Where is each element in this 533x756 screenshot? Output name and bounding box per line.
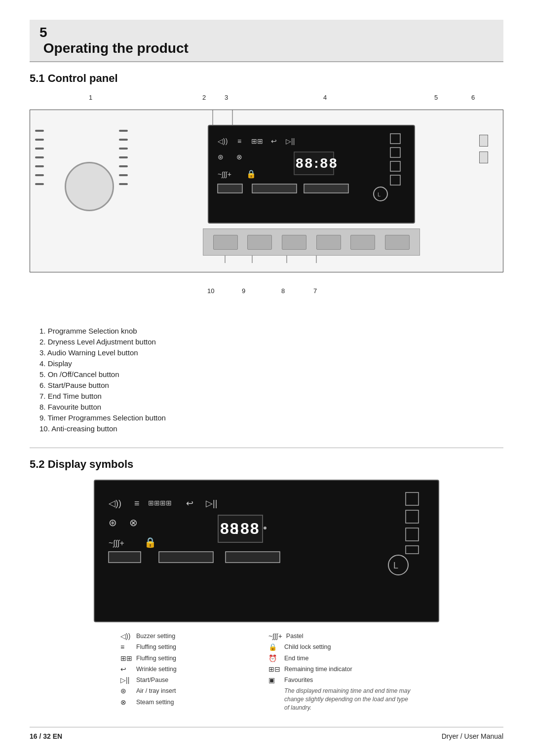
legend-item: ⊗ Steam setting [120,698,249,706]
programme-selection-knob[interactable] [50,125,129,248]
control-panel-diagram: ◁)) ≡ ⊞⊞ ↩ ▷|| ⊛ ⊗ [30,110,503,272]
start-pause-icon: ▷|| [120,676,132,684]
display-screen: ◁)) ≡ ⊞⊞ ↩ ▷|| ⊛ ⊗ [208,125,415,224]
indicator-dot [119,148,128,150]
display-symbols-diagram-wrapper: ◁)) ≡ ⊞⊞⊞⊞ ↩ ▷|| ⊛ ⊗ 88 : [30,480,503,622]
strip-button[interactable] [316,235,341,250]
label-4: 4 [323,94,327,101]
svg-text:⊞⊞: ⊞⊞ [251,137,263,145]
strip-button[interactable] [247,235,272,250]
parts-list-item-5: 5. On /Off/Cancel button [39,370,503,378]
legend-label: Steam setting [136,698,174,706]
svg-rect-8 [390,175,400,185]
bottom-labels: 10 9 8 7 [30,287,503,302]
svg-text:⊗: ⊗ [129,517,138,528]
legend-label: Fluffing setting [136,643,176,651]
indicator-dot [35,156,44,158]
legend-item: ↩ Wrinkle setting [120,665,249,673]
label-2: 2 [202,94,206,101]
section-header: 5 Operating the product [30,20,503,62]
strip-button[interactable] [350,235,375,250]
indicator-dot [35,183,44,185]
end-time-icon: ⏰ [268,654,280,662]
child-lock-icon: 🔒 [268,643,280,651]
svg-rect-33 [406,528,419,541]
svg-text:⊗: ⊗ [236,153,242,161]
legend-item: ⏰ End time [268,654,413,662]
parts-list-item-4: 4. Display [39,359,503,368]
symbols-legend: ◁)) Buzzer setting ≡ Fluffing setting ⊞⊞… [30,632,503,712]
right-buttons [479,135,488,163]
favourites-icon: ▣ [268,676,280,684]
svg-rect-47 [159,552,213,563]
legend-item: ◁)) Buzzer setting [120,632,249,640]
section-title-text: Operating the product [39,40,189,56]
legend-item: ▣ Favourites [268,676,413,684]
page-container: 5 Operating the product 5.1 Control pane… [0,0,533,756]
display-symbols-diagram: ◁)) ≡ ⊞⊞⊞⊞ ↩ ▷|| ⊛ ⊗ 88 : [94,480,439,622]
right-indicators [119,130,128,185]
remaining-time-icon: ⊞⊟ [268,665,280,673]
indicator-dot [119,165,128,167]
svg-text:↩: ↩ [186,498,193,508]
parts-list-item-10: 10. Anti-creasing button [39,424,503,433]
svg-rect-16 [252,184,297,193]
legend-label: Start/Pause [136,676,168,684]
indicator-dot [35,139,44,141]
svg-text:88:88: 88:88 [296,155,339,171]
parts-list-item-9: 9. Timer Programmes Selection button [39,414,503,422]
label-8: 8 [281,287,285,295]
indicator-dot [119,183,128,185]
svg-text:L: L [378,191,381,197]
label-1: 1 [89,94,92,101]
footer: 16 / 32 EN Dryer / User Manual [30,727,503,740]
svg-rect-5 [390,134,400,144]
svg-text:⊛: ⊛ [109,517,117,528]
svg-text:88: 88 [240,520,260,537]
svg-text:~∫∫∫+: ~∫∫∫+ [109,539,124,548]
buzzer-icon: ◁)) [120,632,132,640]
start-pause-button[interactable] [479,151,488,163]
legend-label: Buzzer setting [136,632,175,640]
label-6: 6 [471,94,475,101]
parts-list-item-3: 3. Audio Warning Level button [39,348,503,357]
steam-icon: ⊗ [120,698,132,706]
page-info: 16 / 32 EN [30,732,62,740]
svg-text:▷||: ▷|| [286,137,295,145]
indicator-dot [119,174,128,176]
top-labels: 1 2 3 4 5 6 [30,94,503,109]
legend-label: Child lock setting [284,643,331,651]
svg-rect-32 [406,510,419,523]
section-divider [30,448,503,448]
label-7: 7 [313,287,317,295]
parts-list-item-7: 7. End Time button [39,392,503,400]
indicator-dot [35,174,44,176]
parts-list-item-6: 6. Start/Pause button [39,381,503,389]
legend-label: Pastel [286,632,304,640]
svg-text:↩: ↩ [271,137,277,145]
legend-item: ⊞⊞ Fluffing setting [120,654,249,662]
wrinkle-icon: ↩ [120,665,132,673]
svg-rect-31 [406,492,419,505]
fluffing2-icon: ⊞⊞ [120,654,132,662]
strip-button[interactable] [213,235,238,250]
legend-item: ⊞⊟ Remaining time indicator [268,665,413,673]
legend-label: End time [284,654,308,662]
on-off-cancel-button[interactable] [479,135,488,147]
left-indicators [35,130,44,185]
svg-rect-6 [390,148,400,157]
indicator-dot [119,130,128,132]
knob-circle[interactable] [65,162,114,211]
svg-text:⊛: ⊛ [218,153,224,161]
strip-button[interactable] [282,235,306,250]
subsection-52: 5.2 Display symbols ◁)) ≡ ⊞⊞⊞⊞ ↩ ▷|| [30,458,503,712]
parts-list-item-8: 8. Favourite button [39,403,503,411]
parts-list-item-1: 1. Programme Selection knob [39,327,503,335]
svg-text:≡: ≡ [134,498,140,508]
label-3: 3 [225,94,228,101]
pastel-icon: ~∫∫∫+ [268,632,282,640]
svg-rect-17 [304,184,348,193]
button-strip [203,228,420,256]
svg-rect-46 [109,552,141,563]
strip-button[interactable] [385,235,410,250]
